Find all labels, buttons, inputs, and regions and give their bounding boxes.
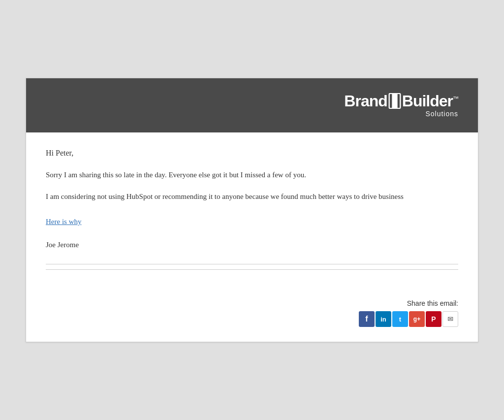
divider-1: [46, 264, 458, 264]
logo-text-builder: Builder™: [402, 93, 458, 109]
svg-rect-1: [392, 94, 397, 108]
email-wrapper: Brand Builder™ Solutions Hi Peter, Sorry…: [16, 78, 488, 342]
share-icons: f in t g+ P ✉: [46, 311, 458, 327]
email-signature: Joe Jerome: [46, 241, 458, 249]
logo-container: Brand Builder™ Solutions: [344, 93, 458, 118]
googleplus-share-icon[interactable]: g+: [409, 311, 425, 327]
email-greeting: Hi Peter,: [46, 147, 458, 159]
linkedin-share-icon[interactable]: in: [376, 311, 391, 327]
divider-2: [46, 269, 458, 270]
email-header: Brand Builder™ Solutions: [26, 78, 478, 132]
logo-icon: [388, 93, 402, 109]
logo-brand: Brand Builder™: [344, 93, 458, 109]
pinterest-share-icon[interactable]: P: [426, 311, 441, 327]
email-container: Brand Builder™ Solutions Hi Peter, Sorry…: [26, 78, 478, 342]
logo-solutions: Solutions: [425, 110, 458, 118]
logo-text: Brand: [344, 93, 387, 109]
tm-symbol: ™: [453, 95, 458, 102]
email-paragraph-1: Sorry I am sharing this so late in the d…: [46, 169, 458, 181]
facebook-share-icon[interactable]: f: [359, 311, 375, 327]
twitter-share-icon[interactable]: t: [392, 311, 408, 327]
email-link-container: Here is why: [46, 217, 458, 226]
email-paragraph-2: I am considering not using HubSpot or re…: [46, 191, 458, 202]
share-label: Share this email:: [46, 299, 458, 307]
email-share-icon[interactable]: ✉: [442, 311, 458, 327]
here-is-why-link[interactable]: Here is why: [46, 218, 81, 226]
email-body: Hi Peter, Sorry I am sharing this so lat…: [26, 132, 478, 294]
email-footer: Share this email: f in t g+ P ✉: [26, 294, 478, 342]
